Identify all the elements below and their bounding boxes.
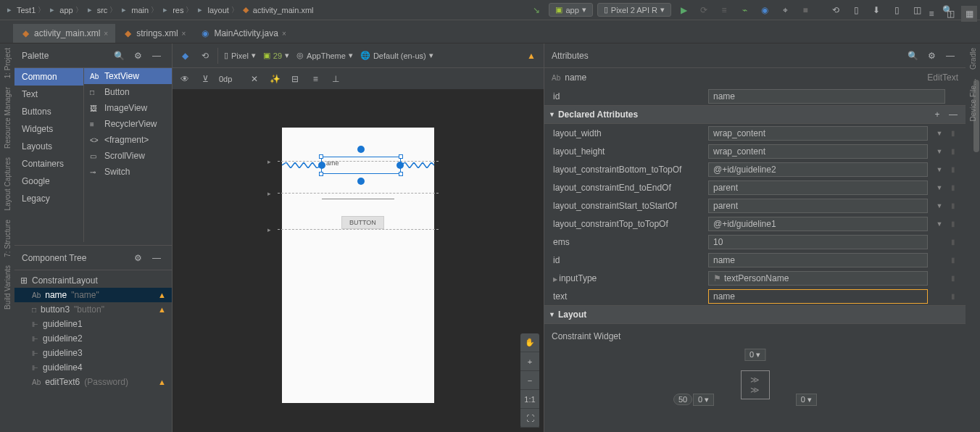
- tool-window-button[interactable]: Device File…: [969, 74, 977, 125]
- breadcrumb-item[interactable]: ▸main: [119, 5, 149, 15]
- view-options-icon[interactable]: 👁: [177, 71, 193, 87]
- close-icon[interactable]: ×: [104, 30, 108, 38]
- palette-category[interactable]: Common: [14, 68, 83, 86]
- debug-icon[interactable]: ⌁: [736, 2, 752, 18]
- palette-category[interactable]: Containers: [14, 155, 83, 173]
- tool-window-button[interactable]: Resource Manager: [4, 83, 12, 153]
- minimize-icon[interactable]: —: [149, 250, 165, 266]
- guideline-icon[interactable]: ⊥: [328, 71, 344, 87]
- minimize-icon[interactable]: —: [149, 48, 165, 64]
- attr-indicator-icon[interactable]: ▮: [951, 256, 960, 264]
- attr-value-input[interactable]: 10: [708, 235, 928, 249]
- align-icon[interactable]: ≡: [307, 71, 323, 87]
- pan-icon[interactable]: ✋: [520, 333, 539, 352]
- zoom-fit-icon[interactable]: 1:1: [520, 390, 539, 409]
- guideline-handle-icon[interactable]: ▸: [267, 226, 271, 233]
- editor-tab[interactable]: ◆strings.xml×: [115, 24, 193, 43]
- gear-icon[interactable]: ⚙: [130, 48, 146, 64]
- attr-value-input[interactable]: name: [708, 253, 928, 267]
- resize-handle[interactable]: [357, 146, 365, 153]
- device-surface[interactable]: ▸ ▸ ▸ ame BUTTON: [282, 128, 434, 403]
- resize-handle[interactable]: [396, 162, 404, 169]
- constraint-box[interactable]: ≫≫: [741, 370, 770, 399]
- cw-top-val[interactable]: 0 ▾: [744, 349, 765, 361]
- tree-node[interactable]: □button3 "button"▲: [14, 302, 172, 317]
- theme-dropdown[interactable]: ◎ AppTheme ▾: [295, 51, 354, 60]
- avd-icon[interactable]: ▯: [848, 2, 864, 18]
- magnet-icon[interactable]: ⊻: [197, 71, 213, 87]
- palette-category[interactable]: Layouts: [14, 138, 83, 155]
- attr-value-input[interactable]: parent: [708, 199, 928, 213]
- guideline-handle-icon[interactable]: ▸: [267, 158, 271, 165]
- cw-right-val[interactable]: 0 ▾: [796, 394, 817, 406]
- sdk-icon[interactable]: ⬇: [868, 2, 884, 18]
- add-icon[interactable]: +: [929, 107, 945, 122]
- guideline-line[interactable]: ▸: [278, 193, 439, 194]
- hammer-icon[interactable]: ↘: [528, 2, 544, 18]
- zoom-reset-icon[interactable]: ⛶: [520, 409, 539, 428]
- breadcrumb-item[interactable]: ▸layout: [195, 5, 228, 15]
- design-view-icon[interactable]: ▦: [961, 6, 977, 22]
- attr-indicator-icon[interactable]: ▮: [951, 147, 960, 155]
- palette-item[interactable]: ▭ScrollView: [84, 148, 172, 164]
- attr-dropdown-icon[interactable]: ▼: [934, 148, 945, 155]
- edittext-password[interactable]: [322, 199, 394, 199]
- sync-icon[interactable]: ⟲: [828, 2, 844, 18]
- palette-category[interactable]: Google: [14, 173, 83, 190]
- breadcrumb-item[interactable]: ◆activity_main.xml: [241, 5, 314, 15]
- attr-value-input[interactable]: name: [708, 89, 945, 104]
- attr-dropdown-icon[interactable]: ▼: [934, 220, 945, 228]
- attr-dropdown-icon[interactable]: ▼: [934, 130, 945, 137]
- tree-node[interactable]: AbeditText6 (Password)▲: [14, 375, 172, 389]
- palette-item[interactable]: ≡RecyclerView: [84, 116, 172, 132]
- attr-value-input[interactable]: @+id/guideline2: [708, 162, 928, 177]
- api-dropdown[interactable]: ▣ 29 ▾: [262, 51, 291, 60]
- declared-attributes-header[interactable]: ▼ Declared Attributes + —: [544, 105, 966, 124]
- tree-node[interactable]: ⊩guideline1: [14, 317, 172, 331]
- profile-icon[interactable]: ◉: [757, 2, 773, 18]
- corner-handle[interactable]: [399, 154, 403, 159]
- attr-dropdown-icon[interactable]: ▼: [934, 166, 945, 173]
- warning-icon[interactable]: ▲: [523, 48, 539, 64]
- search-icon[interactable]: 🔍: [111, 48, 127, 64]
- cw-left-val[interactable]: 0 ▾: [693, 394, 714, 406]
- pack-icon[interactable]: ⊟: [287, 71, 303, 87]
- attr-indicator-icon[interactable]: ▮: [951, 183, 960, 191]
- attr-indicator-icon[interactable]: ▮: [951, 165, 960, 173]
- remove-icon[interactable]: —: [945, 107, 961, 122]
- attr-value-input[interactable]: parent: [708, 180, 928, 195]
- attr-value-input[interactable]: wrap_content: [708, 126, 928, 141]
- minimize-icon[interactable]: —: [942, 48, 958, 64]
- breadcrumb-item[interactable]: ▸res: [160, 5, 183, 15]
- warning-icon[interactable]: ▲: [158, 378, 166, 386]
- device-target-combo[interactable]: ▯ Pixel 2 API R ▾: [597, 3, 671, 17]
- cw-bias[interactable]: 50: [673, 394, 692, 405]
- corner-handle[interactable]: [319, 172, 323, 176]
- attr-indicator-icon[interactable]: ▮: [951, 274, 960, 282]
- attr-indicator-icon[interactable]: ▮: [951, 220, 960, 228]
- layout-section-header[interactable]: ▼ Layout: [544, 305, 966, 324]
- tree-node-root[interactable]: ⊞ConstraintLayout: [14, 273, 172, 288]
- resize-handle[interactable]: [318, 162, 325, 169]
- surface-icon[interactable]: ◆: [177, 48, 193, 64]
- gear-icon[interactable]: ⚙: [923, 48, 939, 64]
- tool-window-button[interactable]: Layout Captures: [4, 153, 12, 215]
- palette-item[interactable]: <><fragment>: [84, 132, 172, 148]
- breadcrumb-item[interactable]: ▸Test1: [4, 5, 36, 15]
- tool-window-button[interactable]: 1: Project: [4, 43, 12, 83]
- close-icon[interactable]: ×: [182, 30, 186, 38]
- tree-node[interactable]: ⊩guideline4: [14, 360, 172, 375]
- attr-indicator-icon[interactable]: ▮: [951, 292, 960, 300]
- breadcrumb-item[interactable]: ▸app: [47, 5, 72, 15]
- device-dropdown[interactable]: ▯ Pixel ▾: [223, 51, 257, 60]
- tree-node[interactable]: ⊩guideline2: [14, 331, 172, 346]
- locale-dropdown[interactable]: 🌐 Default (en-us) ▾: [359, 51, 435, 60]
- constraint-diagram[interactable]: ≫≫ 0 ▾ 0 ▾ 0 ▾ 50: [552, 349, 958, 421]
- editor-tab[interactable]: ◆activity_main.xml×: [13, 24, 115, 43]
- resize-handle[interactable]: [357, 178, 365, 185]
- tree-node[interactable]: ⊩guideline3: [14, 346, 172, 360]
- tool-window-button[interactable]: 7: Structure: [4, 215, 12, 262]
- structure-icon[interactable]: ◫: [909, 2, 925, 18]
- code-view-icon[interactable]: ≡: [923, 6, 939, 22]
- zoom-in-icon[interactable]: +: [520, 352, 539, 371]
